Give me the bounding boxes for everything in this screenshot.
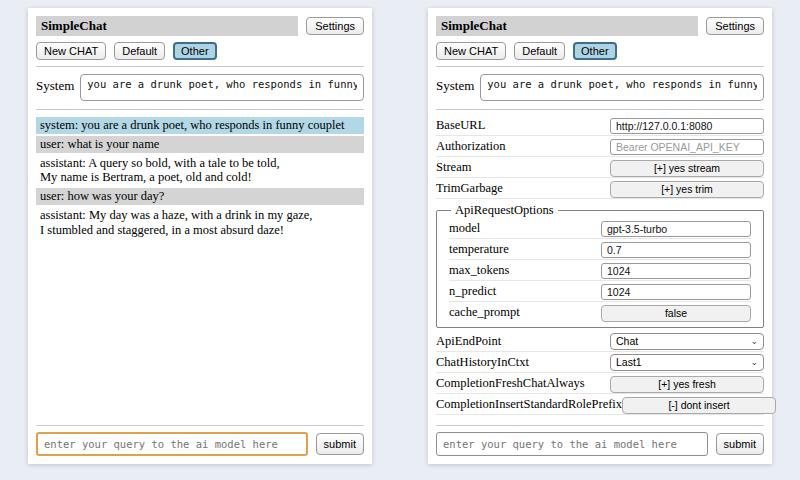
divider	[436, 109, 764, 110]
submit-button[interactable]: submit	[716, 433, 764, 455]
settings-list: BaseURL Authorization Stream [+] yes str…	[436, 115, 764, 415]
new-chat-button[interactable]: New CHAT	[436, 42, 506, 60]
api-endpoint-label: ApiEndPoint	[436, 334, 501, 349]
settings-row-model: model	[449, 218, 751, 239]
session-default-button[interactable]: Default	[514, 42, 565, 60]
session-toolbar: New CHAT Default Other	[436, 42, 764, 60]
chat-message-assistant: assistant: A query so bold, with a tale …	[36, 155, 364, 187]
app-title: SimpleChat	[36, 16, 298, 36]
settings-row-max-tokens: max_tokens	[449, 260, 751, 281]
settings-row-chathistoryinctxt: ChatHistoryInCtxt Last1 ⌄	[436, 352, 764, 373]
max-tokens-label: max_tokens	[449, 263, 509, 278]
divider	[436, 66, 764, 67]
settings-panel: SimpleChat Settings New CHAT Default Oth…	[428, 8, 772, 464]
user-query-input[interactable]	[36, 432, 308, 456]
completion-insert-label: CompletionInsertStandardRolePrefix	[436, 397, 622, 412]
spacer	[436, 415, 764, 419]
settings-row-n-predict: n_predict	[449, 281, 751, 302]
chat-history-selected-value: Last1	[616, 356, 642, 368]
max-tokens-input[interactable]	[601, 263, 751, 279]
baseurl-input[interactable]	[610, 118, 764, 134]
authorization-input[interactable]	[610, 139, 764, 155]
app-titlebar: SimpleChat Settings	[436, 16, 764, 36]
cache-prompt-toggle-button[interactable]: false	[601, 305, 751, 322]
session-other-button[interactable]: Other	[573, 42, 617, 60]
query-row: submit	[436, 432, 764, 456]
session-toolbar: New CHAT Default Other	[36, 42, 364, 60]
chat-message-system: system: you are a drunk poet, who respon…	[36, 117, 364, 134]
chat-panel: SimpleChat Settings New CHAT Default Oth…	[28, 8, 372, 464]
chat-messages: system: you are a drunk poet, who respon…	[36, 117, 364, 240]
stream-label: Stream	[436, 160, 471, 175]
api-endpoint-selected-value: Chat	[616, 335, 638, 347]
model-input[interactable]	[601, 221, 751, 237]
settings-row-temperature: temperature	[449, 239, 751, 260]
authorization-label: Authorization	[436, 139, 505, 154]
completion-insert-toggle-button[interactable]: [-] dont insert	[622, 397, 776, 414]
divider	[36, 425, 364, 426]
baseurl-label: BaseURL	[436, 118, 485, 133]
app-titlebar: SimpleChat Settings	[36, 16, 364, 36]
system-prompt-label: System	[436, 74, 474, 94]
chevron-down-icon: ⌄	[750, 358, 758, 367]
divider	[36, 109, 364, 110]
settings-row-completioninsertstandardroleprefix: CompletionInsertStandardRolePrefix [-] d…	[436, 394, 764, 415]
cache-prompt-label: cache_prompt	[449, 305, 520, 320]
settings-row-authorization: Authorization	[436, 136, 764, 157]
settings-button[interactable]: Settings	[306, 17, 364, 35]
system-prompt-row: System	[436, 74, 764, 101]
chat-message-assistant: assistant: My day was a haze, with a dri…	[36, 207, 364, 239]
n-predict-input[interactable]	[601, 284, 751, 300]
api-request-options-fieldset: ApiRequestOptions model temperature max_…	[436, 203, 764, 328]
system-prompt-input[interactable]	[480, 74, 764, 101]
api-endpoint-select[interactable]: Chat ⌄	[610, 333, 764, 350]
chevron-down-icon: ⌄	[750, 337, 758, 346]
stream-toggle-button[interactable]: [+] yes stream	[610, 160, 764, 177]
app-title: SimpleChat	[436, 16, 698, 36]
settings-row-trimgarbage: TrimGarbage [+] yes trim	[436, 178, 764, 199]
divider	[36, 66, 364, 67]
system-prompt-label: System	[36, 74, 74, 94]
trimgarbage-toggle-button[interactable]: [+] yes trim	[610, 181, 764, 198]
trimgarbage-label: TrimGarbage	[436, 181, 503, 196]
temperature-input[interactable]	[601, 242, 751, 258]
settings-row-cache-prompt: cache_prompt false	[449, 302, 751, 323]
divider	[436, 425, 764, 426]
settings-row-apiendpoint: ApiEndPoint Chat ⌄	[436, 331, 764, 352]
completion-fresh-toggle-button[interactable]: [+] yes fresh	[610, 376, 764, 393]
model-label: model	[449, 221, 480, 236]
chat-history-label: ChatHistoryInCtxt	[436, 355, 529, 370]
system-prompt-input[interactable]	[80, 74, 364, 101]
session-other-button[interactable]: Other	[173, 42, 217, 60]
chat-message-user: user: what is your name	[36, 136, 364, 153]
temperature-label: temperature	[449, 242, 509, 257]
chat-history-select[interactable]: Last1 ⌄	[610, 354, 764, 371]
session-default-button[interactable]: Default	[114, 42, 165, 60]
api-request-options-legend: ApiRequestOptions	[451, 203, 558, 218]
chat-message-user: user: how was your day?	[36, 188, 364, 205]
spacer	[36, 240, 364, 419]
settings-button[interactable]: Settings	[706, 17, 764, 35]
user-query-input[interactable]	[436, 432, 708, 456]
n-predict-label: n_predict	[449, 284, 496, 299]
new-chat-button[interactable]: New CHAT	[36, 42, 106, 60]
system-prompt-row: System	[36, 74, 364, 101]
query-row: submit	[36, 432, 364, 456]
settings-row-completionfreshchatalways: CompletionFreshChatAlways [+] yes fresh	[436, 373, 764, 394]
submit-button[interactable]: submit	[316, 433, 364, 455]
settings-row-stream: Stream [+] yes stream	[436, 157, 764, 178]
settings-row-baseurl: BaseURL	[436, 115, 764, 136]
completion-fresh-label: CompletionFreshChatAlways	[436, 376, 585, 391]
